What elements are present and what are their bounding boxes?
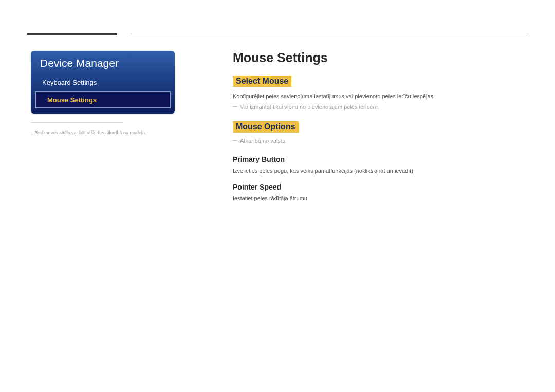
heading-mouse-options: Mouse Options	[233, 121, 299, 133]
subsection-pointer-speed: Pointer Speed Iestatiet peles rādītāja ā…	[233, 183, 529, 203]
body-primary-button: Izvēlieties peles pogu, kas veiks pamatf…	[233, 166, 529, 175]
section-select-mouse: Select Mouse Konfigurējiet peles savieno…	[233, 76, 529, 110]
sidebar-title: Device Manager	[31, 51, 175, 74]
sidebar-item-mouse[interactable]: Mouse Settings	[35, 91, 171, 108]
note-mouse-options: Atkarībā no valsts.	[233, 138, 529, 144]
main-content: Mouse Settings Select Mouse Konfigurējie…	[233, 50, 529, 213]
sidebar-separator	[31, 122, 123, 123]
subsection-primary-button: Primary Button Izvēlieties peles pogu, k…	[233, 155, 529, 175]
heading-select-mouse: Select Mouse	[233, 76, 291, 87]
subheading-primary-button: Primary Button	[233, 155, 529, 163]
sidebar-item-keyboard[interactable]: Keyboard Settings	[31, 74, 175, 90]
body-pointer-speed: Iestatiet peles rādītāja ātrumu.	[233, 194, 529, 203]
note-select-mouse: Var izmantot tikai vienu no pievienotajā…	[233, 104, 529, 110]
top-marker	[27, 33, 117, 35]
body-select-mouse: Konfigurējiet peles savienojuma iestatīj…	[233, 92, 529, 101]
section-mouse-options: Mouse Options Atkarībā no valsts. Primar…	[233, 121, 529, 203]
top-divider	[131, 34, 529, 34]
sidebar-panel: Device Manager Keyboard Settings Mouse S…	[31, 51, 175, 114]
subheading-pointer-speed: Pointer Speed	[233, 183, 529, 191]
page-title: Mouse Settings	[233, 50, 529, 65]
sidebar-footnote: Redzamais attēls var būt atšķirīgs atkar…	[31, 130, 146, 135]
